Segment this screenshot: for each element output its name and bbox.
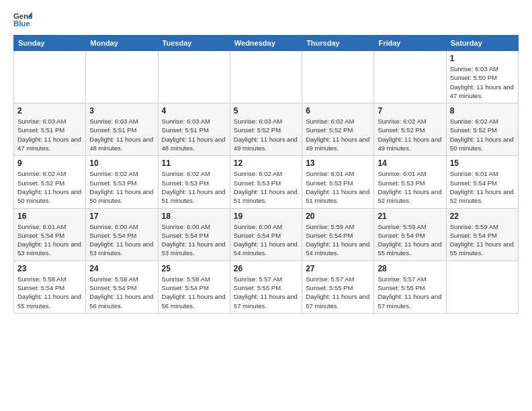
calendar-cell: 12Sunrise: 6:02 AM Sunset: 5:53 PM Dayli… [230, 156, 302, 208]
calendar-cell [230, 51, 302, 103]
day-number: 4 [162, 106, 226, 116]
weekday-header-thursday: Thursday [302, 36, 374, 51]
calendar-cell: 16Sunrise: 6:01 AM Sunset: 5:54 PM Dayli… [14, 208, 86, 261]
day-info: Sunrise: 6:02 AM Sunset: 5:52 PM Dayligh… [17, 169, 82, 205]
day-info: Sunrise: 5:59 AM Sunset: 5:54 PM Dayligh… [450, 222, 515, 258]
day-info: Sunrise: 6:00 AM Sunset: 5:54 PM Dayligh… [162, 222, 226, 258]
calendar-cell: 10Sunrise: 6:02 AM Sunset: 5:53 PM Dayli… [86, 156, 158, 208]
day-number: 22 [450, 212, 515, 221]
calendar-cell: 14Sunrise: 6:01 AM Sunset: 5:53 PM Dayli… [374, 156, 446, 208]
day-number: 12 [234, 158, 298, 168]
calendar-cell: 22Sunrise: 5:59 AM Sunset: 5:54 PM Dayli… [446, 208, 518, 261]
day-info: Sunrise: 6:03 AM Sunset: 5:51 PM Dayligh… [162, 117, 226, 152]
day-number: 25 [162, 264, 226, 273]
calendar-cell: 11Sunrise: 6:02 AM Sunset: 5:53 PM Dayli… [158, 156, 230, 208]
day-number: 19 [234, 212, 298, 221]
day-number: 14 [378, 158, 442, 168]
calendar-cell: 26Sunrise: 5:57 AM Sunset: 5:55 PM Dayli… [230, 261, 302, 313]
day-info: Sunrise: 5:58 AM Sunset: 5:54 PM Dayligh… [89, 275, 154, 310]
day-number: 1 [450, 54, 515, 63]
day-info: Sunrise: 6:00 AM Sunset: 5:54 PM Dayligh… [89, 222, 154, 258]
day-number: 9 [17, 158, 82, 168]
day-number: 7 [378, 106, 442, 116]
calendar-cell [14, 51, 86, 103]
day-info: Sunrise: 5:59 AM Sunset: 5:54 PM Dayligh… [306, 222, 370, 258]
calendar-cell: 24Sunrise: 5:58 AM Sunset: 5:54 PM Dayli… [86, 261, 158, 313]
day-info: Sunrise: 6:01 AM Sunset: 5:54 PM Dayligh… [450, 169, 515, 205]
calendar-cell [86, 51, 158, 103]
header: General Blue [13, 11, 519, 30]
calendar-cell [158, 51, 230, 103]
calendar-cell: 18Sunrise: 6:00 AM Sunset: 5:54 PM Dayli… [158, 208, 230, 261]
day-info: Sunrise: 6:03 AM Sunset: 5:50 PM Dayligh… [450, 64, 515, 100]
day-number: 3 [89, 106, 154, 116]
calendar-cell [302, 51, 374, 103]
calendar-cell: 28Sunrise: 5:57 AM Sunset: 5:55 PM Dayli… [374, 261, 446, 313]
day-info: Sunrise: 6:00 AM Sunset: 5:54 PM Dayligh… [234, 222, 298, 258]
calendar-cell: 15Sunrise: 6:01 AM Sunset: 5:54 PM Dayli… [446, 156, 518, 208]
weekday-header-row: SundayMondayTuesdayWednesdayThursdayFrid… [14, 36, 519, 51]
day-number: 23 [17, 264, 82, 273]
logo: General Blue [13, 11, 32, 30]
day-number: 8 [450, 106, 515, 116]
calendar-cell: 1Sunrise: 6:03 AM Sunset: 5:50 PM Daylig… [446, 51, 518, 103]
weekday-header-saturday: Saturday [446, 36, 518, 51]
weekday-header-tuesday: Tuesday [158, 36, 230, 51]
day-info: Sunrise: 5:57 AM Sunset: 5:55 PM Dayligh… [306, 275, 370, 310]
calendar-cell: 4Sunrise: 6:03 AM Sunset: 5:51 PM Daylig… [158, 103, 230, 156]
calendar-cell [446, 261, 518, 313]
week-row-2: 9Sunrise: 6:02 AM Sunset: 5:52 PM Daylig… [14, 156, 519, 208]
calendar-cell [374, 51, 446, 103]
day-number: 26 [234, 264, 298, 273]
calendar-cell: 25Sunrise: 5:58 AM Sunset: 5:54 PM Dayli… [158, 261, 230, 313]
weekday-header-friday: Friday [374, 36, 446, 51]
weekday-header-sunday: Sunday [14, 36, 86, 51]
day-number: 5 [234, 106, 298, 116]
weekday-header-monday: Monday [86, 36, 158, 51]
calendar-cell: 27Sunrise: 5:57 AM Sunset: 5:55 PM Dayli… [302, 261, 374, 313]
day-info: Sunrise: 6:03 AM Sunset: 5:52 PM Dayligh… [234, 117, 298, 152]
day-number: 21 [378, 212, 442, 221]
page: General Blue SundayMondayTuesdayWednesda… [0, 0, 532, 324]
calendar-cell: 17Sunrise: 6:00 AM Sunset: 5:54 PM Dayli… [86, 208, 158, 261]
day-info: Sunrise: 6:02 AM Sunset: 5:52 PM Dayligh… [378, 117, 442, 152]
day-number: 18 [162, 212, 226, 221]
day-number: 28 [378, 264, 442, 273]
calendar-cell: 13Sunrise: 6:01 AM Sunset: 5:53 PM Dayli… [302, 156, 374, 208]
calendar-cell: 9Sunrise: 6:02 AM Sunset: 5:52 PM Daylig… [14, 156, 86, 208]
calendar-cell: 7Sunrise: 6:02 AM Sunset: 5:52 PM Daylig… [374, 103, 446, 156]
day-info: Sunrise: 6:01 AM Sunset: 5:53 PM Dayligh… [306, 169, 370, 205]
day-info: Sunrise: 6:02 AM Sunset: 5:52 PM Dayligh… [306, 117, 370, 152]
day-number: 16 [17, 212, 82, 221]
day-info: Sunrise: 5:57 AM Sunset: 5:55 PM Dayligh… [234, 275, 298, 310]
week-row-0: 1Sunrise: 6:03 AM Sunset: 5:50 PM Daylig… [14, 51, 519, 103]
day-info: Sunrise: 6:02 AM Sunset: 5:52 PM Dayligh… [450, 117, 515, 152]
calendar-cell: 5Sunrise: 6:03 AM Sunset: 5:52 PM Daylig… [230, 103, 302, 156]
day-number: 17 [89, 212, 154, 221]
day-info: Sunrise: 6:02 AM Sunset: 5:53 PM Dayligh… [162, 169, 226, 205]
day-number: 11 [162, 158, 226, 168]
day-info: Sunrise: 6:03 AM Sunset: 5:51 PM Dayligh… [17, 117, 82, 152]
day-info: Sunrise: 6:01 AM Sunset: 5:54 PM Dayligh… [17, 222, 82, 258]
calendar-table: SundayMondayTuesdayWednesdayThursdayFrid… [13, 35, 519, 314]
week-row-1: 2Sunrise: 6:03 AM Sunset: 5:51 PM Daylig… [14, 103, 519, 156]
day-info: Sunrise: 6:02 AM Sunset: 5:53 PM Dayligh… [89, 169, 154, 205]
calendar-cell: 6Sunrise: 6:02 AM Sunset: 5:52 PM Daylig… [302, 103, 374, 156]
calendar-cell: 21Sunrise: 5:59 AM Sunset: 5:54 PM Dayli… [374, 208, 446, 261]
calendar-cell: 3Sunrise: 6:03 AM Sunset: 5:51 PM Daylig… [86, 103, 158, 156]
day-info: Sunrise: 5:58 AM Sunset: 5:54 PM Dayligh… [162, 275, 226, 310]
day-info: Sunrise: 6:01 AM Sunset: 5:53 PM Dayligh… [378, 169, 442, 205]
calendar-cell: 20Sunrise: 5:59 AM Sunset: 5:54 PM Dayli… [302, 208, 374, 261]
day-number: 20 [306, 212, 370, 221]
calendar-cell: 23Sunrise: 5:58 AM Sunset: 5:54 PM Dayli… [14, 261, 86, 313]
day-info: Sunrise: 6:02 AM Sunset: 5:53 PM Dayligh… [234, 169, 298, 205]
day-info: Sunrise: 6:03 AM Sunset: 5:51 PM Dayligh… [89, 117, 154, 152]
day-number: 27 [306, 264, 370, 273]
week-row-3: 16Sunrise: 6:01 AM Sunset: 5:54 PM Dayli… [14, 208, 519, 261]
day-number: 15 [450, 158, 515, 168]
week-row-4: 23Sunrise: 5:58 AM Sunset: 5:54 PM Dayli… [14, 261, 519, 313]
logo-icon: General Blue [13, 11, 32, 30]
day-number: 10 [89, 158, 154, 168]
calendar-cell: 19Sunrise: 6:00 AM Sunset: 5:54 PM Dayli… [230, 208, 302, 261]
svg-text:Blue: Blue [13, 19, 30, 28]
